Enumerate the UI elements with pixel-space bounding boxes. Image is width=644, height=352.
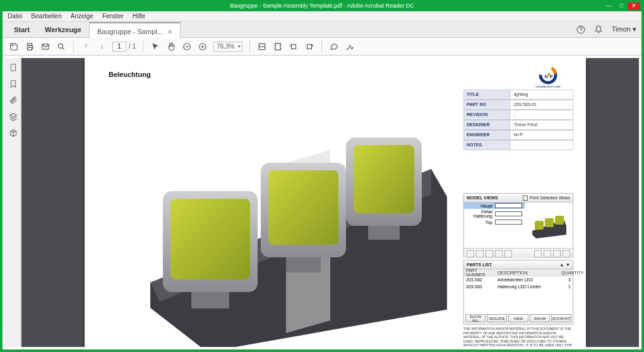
model-view-item[interactable]: Detail Halterung <box>464 209 525 219</box>
show-all-button[interactable]: SHOW ALL <box>465 314 486 322</box>
menu-item[interactable]: Hilfe <box>133 13 145 20</box>
show-button[interactable]: SHOW <box>530 314 550 322</box>
model-tree-icon[interactable] <box>9 129 18 138</box>
model-views-footer <box>464 248 573 258</box>
view-mode-button[interactable] <box>495 250 503 257</box>
menu-item[interactable]: Fenster <box>102 13 124 20</box>
minimize-button[interactable]: — <box>602 3 615 10</box>
zoom-select[interactable]: 76,3% <box>213 42 242 52</box>
cursor-icon[interactable] <box>150 42 160 52</box>
fit-page-icon[interactable] <box>273 42 283 52</box>
model-view-item[interactable]: Haupt <box>464 202 525 209</box>
view-mode-button[interactable] <box>467 250 474 257</box>
tab-bar: Start Werkzeuge Baugruppe - Sampl... ✕ T… <box>3 21 641 38</box>
hand-icon[interactable] <box>166 42 176 52</box>
sort-up-icon[interactable]: ▲ <box>559 262 564 267</box>
zoom-fit-button[interactable]: ZOOM FIT <box>551 314 571 322</box>
view-mode-button[interactable] <box>504 250 512 257</box>
page-title: Beleuchtung <box>109 71 151 78</box>
comment-icon[interactable] <box>329 42 339 52</box>
layers-icon[interactable] <box>9 112 18 121</box>
svg-rect-21 <box>170 199 250 279</box>
zoom-out-icon[interactable] <box>182 42 192 52</box>
thumbnails-icon[interactable] <box>9 63 18 72</box>
bell-icon[interactable] <box>594 25 603 34</box>
hide-button[interactable]: HIDE <box>508 314 528 322</box>
view-mode-button[interactable] <box>486 250 493 257</box>
svg-rect-30 <box>535 221 544 230</box>
menu-item[interactable]: Anzeige <box>71 13 93 20</box>
svg-rect-9 <box>292 44 296 49</box>
print-selected-checkbox[interactable] <box>523 196 528 201</box>
svg-rect-25 <box>286 257 321 273</box>
rot-cw-icon[interactable] <box>304 42 314 52</box>
svg-text:INFORMATIONSSYSTEME: INFORMATIONSSYSTEME <box>535 86 560 88</box>
menu-item[interactable]: Bearbeiten <box>31 13 61 20</box>
sign-icon[interactable] <box>345 42 355 52</box>
print-icon[interactable] <box>25 42 35 52</box>
left-sidebar <box>5 58 21 347</box>
model-views-header: MODEL VIEWS <box>467 196 498 200</box>
parts-list-table: PART NUMBER DESCRIPTION QUANTITY 203-582… <box>464 269 573 290</box>
svg-point-12 <box>537 66 559 86</box>
svg-rect-8 <box>275 43 280 50</box>
attachment-icon[interactable] <box>9 96 18 105</box>
model-view-item[interactable]: Top <box>464 219 525 225</box>
rot-ccw-icon[interactable] <box>289 42 299 52</box>
tab-document-label: Baugruppe - Sampl... <box>97 28 163 35</box>
tab-start[interactable]: Start <box>6 21 37 38</box>
mail-icon[interactable] <box>40 42 51 52</box>
svg-rect-31 <box>545 218 554 227</box>
table-row[interactable]: 203-583 Halterung LED Lichter 1 <box>464 283 573 290</box>
window-title: Baugruppe - Sample Assembly Template.pdf… <box>230 3 414 9</box>
page-down-icon[interactable]: ⤓ <box>97 42 107 52</box>
toolbar: ⤒ ⤓ / 1 76,3% <box>3 38 641 56</box>
svg-rect-2 <box>28 47 32 50</box>
table-row[interactable]: 203-582 Arbeitslichter LED 3 <box>464 276 573 283</box>
view-mode-button[interactable] <box>534 250 542 257</box>
svg-rect-27 <box>354 145 414 213</box>
menubar: Datei Bearbeiten Anzeige Fenster Hilfe <box>3 11 641 21</box>
svg-rect-22 <box>191 292 229 308</box>
page-total: / 1 <box>129 43 136 50</box>
view-mode-button[interactable] <box>563 250 570 257</box>
svg-rect-15 <box>548 73 551 76</box>
model-view-thumbnail <box>525 202 573 248</box>
parts-list-header: PARTS LIST <box>467 262 492 267</box>
document-stage[interactable]: Beleuchtung N P INFORMATIONSSYSTEME TITL… <box>21 58 639 347</box>
view-mode-button[interactable] <box>553 250 561 257</box>
view-mode-button[interactable] <box>544 250 551 257</box>
pdf-page: Beleuchtung N P INFORMATIONSSYSTEME TITL… <box>85 58 586 347</box>
svg-text:N: N <box>544 74 547 79</box>
company-logo: N P INFORMATIONSSYSTEME <box>530 66 566 91</box>
tab-close-icon[interactable]: ✕ <box>167 28 172 35</box>
page-current-input[interactable] <box>112 42 126 52</box>
window-titlebar: Baugruppe - Sample Assembly Template.pdf… <box>3 3 641 11</box>
zoom-in-icon[interactable] <box>198 42 208 52</box>
model-views-panel: MODEL VIEWS Print Selected Views Haupt D… <box>463 193 573 257</box>
isolate-button[interactable]: ISOLATE <box>487 314 507 322</box>
user-menu[interactable]: Timon ▾ <box>612 25 636 33</box>
svg-rect-10 <box>307 44 312 49</box>
3d-model-view[interactable] <box>106 119 447 347</box>
page-up-icon[interactable]: ⤒ <box>81 42 91 52</box>
svg-rect-24 <box>268 170 338 245</box>
save-icon[interactable] <box>9 42 19 52</box>
svg-point-4 <box>58 44 63 48</box>
menu-item[interactable]: Datei <box>8 13 22 20</box>
tab-tools[interactable]: Werkzeuge <box>37 21 89 38</box>
view-mode-button[interactable] <box>476 250 484 257</box>
svg-rect-11 <box>11 64 15 71</box>
bookmark-icon[interactable] <box>9 79 18 88</box>
close-button[interactable]: ✕ <box>628 3 640 10</box>
sort-down-icon[interactable]: ▼ <box>566 262 570 267</box>
svg-rect-32 <box>555 216 564 225</box>
fit-width-icon[interactable] <box>257 42 267 52</box>
disclaimer-text: THE INFORMATION AND/OR MATERIAL IN THIS … <box>463 327 573 347</box>
tab-document[interactable]: Baugruppe - Sampl... ✕ <box>89 22 181 38</box>
help-icon[interactable] <box>576 25 585 34</box>
search-icon[interactable] <box>56 42 66 52</box>
maximize-button[interactable]: □ <box>615 3 628 10</box>
model-views-list: Haupt Detail Halterung Top <box>464 202 525 248</box>
info-table: TITLElighting PART NO203-583-01 REVISION… <box>463 90 573 150</box>
